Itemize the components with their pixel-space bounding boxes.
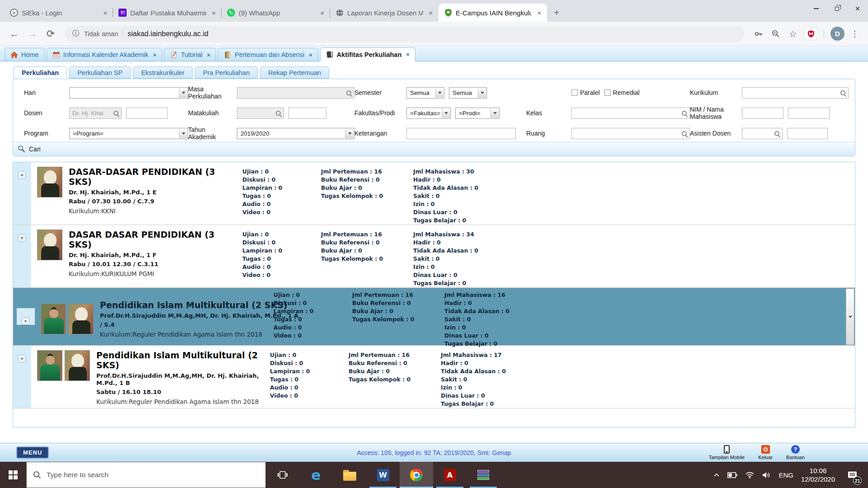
cari-label: Cari [29,145,41,153]
start-button[interactable] [0,462,26,488]
tampilan-mobile-button[interactable]: Tampilan Mobile [709,445,745,460]
tab-close-icon[interactable]: × [101,9,109,17]
tab-close-icon[interactable]: × [318,9,326,17]
menu-button[interactable]: MENU [16,446,49,459]
asisten-dosen-input[interactable] [742,128,783,139]
action-center-button[interactable]: 21 [843,462,863,488]
course-row-4[interactable]: + Pendidikan Islam Multikultural (2 SKS)… [13,346,855,408]
prodi-select[interactable]: =Prodi= [455,108,500,119]
nim-input[interactable] [742,108,783,119]
site-tab-close-icon[interactable]: × [153,52,156,58]
cari-button[interactable]: Cari [13,142,855,156]
site-tab-tutorial[interactable]: Tutorial × [164,48,216,61]
kelas-input[interactable] [571,108,690,119]
window-restore-button[interactable] [826,0,847,17]
tab-close-icon[interactable]: × [535,9,543,17]
new-tab-button[interactable]: + [550,6,563,19]
stat-line: Izin : 0 [413,200,519,208]
course-row-3-selected[interactable]: + Pendidikan Islam Multikultural (2 SKS)… [13,288,855,346]
task-view-button[interactable] [266,462,299,488]
mcafee-extension-icon[interactable] [804,27,817,40]
volume-icon[interactable] [762,472,771,479]
site-info-icon[interactable]: ⓘ [72,29,80,38]
keterangan-input[interactable] [406,128,516,139]
taskbar-search-box[interactable]: Type here to search [26,462,266,488]
subtab-perkuliahan-active[interactable]: Perkuliahan [14,66,67,79]
stats-activity: Ujian : 0Diskusi : 0Lampiran : 0Tugas : … [274,291,347,348]
asisten-dosen-code-input[interactable] [787,128,828,139]
course-curriculum: Kurikulum:Reguler Pendidikan Agama Islam… [100,331,271,338]
password-key-icon[interactable] [751,26,766,42]
site-tab-aktifitas-active[interactable]: Aktifitas Perkuliahan × [320,47,415,61]
semester-select-2[interactable]: Semua [449,87,487,99]
winrar-taskbar-button[interactable] [467,462,500,488]
browser-tab-yahoo[interactable]: Y! Daftar Pustaka Muhaemin e × [113,4,222,22]
bookmark-star-icon[interactable]: ☆ [785,26,801,42]
course-row-1[interactable]: + DASAR-DASAR PENDIDIKAN (3 SKS) Dr. Hj.… [13,162,855,225]
nama-mahasiswa-input[interactable] [788,108,830,119]
tab-close-icon[interactable]: × [427,9,435,17]
chrome-taskbar-button-active[interactable] [400,462,433,488]
window-close-button[interactable]: × [847,0,868,17]
expand-button[interactable]: + [18,234,26,242]
keluar-button[interactable]: Keluar [758,445,773,460]
program-select[interactable]: =Program= [69,128,188,139]
paralel-label: Paralel [580,89,600,96]
subtab-pra-perkuliahan[interactable]: Pra Perkuliahan [195,66,258,79]
word-taskbar-button[interactable]: W [366,462,400,488]
site-tab-close-icon[interactable]: × [406,51,410,58]
wifi-icon[interactable] [745,471,755,479]
subtab-ekstrakurikuler[interactable]: Ekstrakurikuler [133,66,193,79]
browser-tab-ecampus-active[interactable]: E-Campus IAIN Bengkulu × [439,4,547,22]
course-row-2[interactable]: + DASAR DASAR PENDIDIKAN (3 SKS) Dr. Hj.… [13,225,855,288]
edge-taskbar-button[interactable]: e [299,462,333,488]
fakultas-select[interactable]: =Fakultas= [406,108,451,119]
acrobat-taskbar-button[interactable]: A [433,462,467,488]
bantuan-button[interactable]: ? Bantuan [786,445,805,460]
site-tab-close-icon[interactable]: × [309,52,312,58]
browser-tab-laporan[interactable]: Laporan Kinerja Dosen IAIN × [330,4,439,22]
stats-activity: Ujian : 0Diskusi : 0Lampiran : 0Tugas : … [242,230,316,287]
paralel-checkbox[interactable] [571,89,578,96]
site-tab-close-icon[interactable]: × [207,52,211,58]
reload-button[interactable]: ⟳ [42,26,59,42]
browser-tab-whatsapp[interactable]: (9) WhatsApp × [222,4,330,22]
site-tab-home[interactable]: Home [5,48,45,61]
hari-select[interactable] [69,87,188,99]
file-explorer-icon [343,472,356,481]
site-tab-pertemuan[interactable]: Pertemuan dan Absensi × [218,48,318,61]
expand-button[interactable]: + [18,171,26,179]
subtab-rekap-pertemuan[interactable]: Rekap Pertemuan [260,66,329,79]
browser-menu-icon[interactable]: ⋮ [848,28,862,39]
site-tab-kalender[interactable]: Informasi Kalender Akademik × [47,48,162,61]
forward-button[interactable]: → [24,26,41,42]
language-indicator[interactable]: ENG [778,471,793,479]
semester-select-1[interactable]: Semua [406,87,444,99]
matakuliah-input[interactable] [237,108,284,119]
file-explorer-taskbar-button[interactable] [333,462,366,488]
taskbar-clock[interactable]: 10:06 12/02/2020 [801,466,835,483]
tray-expand-icon[interactable] [713,473,720,477]
expand-button[interactable]: + [18,355,26,362]
profile-avatar[interactable]: D [830,27,844,41]
remedial-checkbox[interactable] [604,89,611,96]
expand-button[interactable]: + [22,317,29,325]
battery-icon[interactable] [727,472,737,478]
ruang-input[interactable] [571,128,690,139]
subtab-perkuliahan-sp[interactable]: Perkuliahan SP [69,66,131,79]
dosen-code-input[interactable] [126,108,168,119]
winrar-icon [477,469,489,481]
browser-tab-sieka[interactable]: e SiEka - Login × [5,4,113,22]
masa-perkuliahan-input[interactable] [237,87,354,99]
asisten-dosen-label: Asisten Dosen [690,130,742,137]
back-button[interactable]: ← [6,26,23,42]
matakuliah-code-input[interactable] [288,108,326,119]
kurikulum-input[interactable] [742,87,849,99]
tab-close-icon[interactable]: × [210,9,218,17]
window-minimize-button[interactable] [806,0,826,17]
address-bar[interactable]: ⓘ Tidak aman siakad.iainbengkulu.ac.id [65,26,745,42]
zoom-out-icon[interactable] [768,26,783,42]
tahun-akademik-select[interactable]: 2019/2020 [237,128,354,139]
dosen-input[interactable]: Dr. Hj. Khai [69,108,122,119]
stat-line: Hadir : 0 [413,239,519,247]
